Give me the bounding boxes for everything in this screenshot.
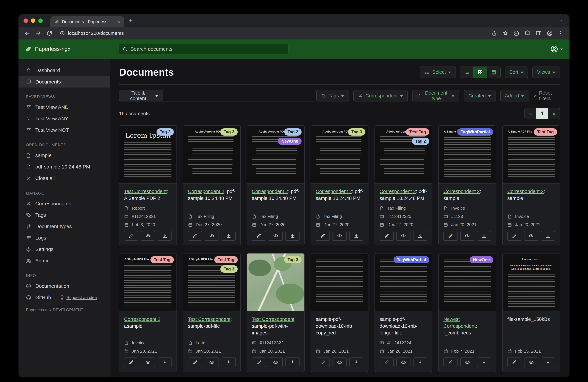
document-card[interactable]: Adobe Acrobat PDF Files Tag 3 Correspond…: [311, 125, 368, 245]
edit-button[interactable]: [443, 231, 458, 241]
browser-menu-kebab-icon[interactable]: [558, 30, 564, 36]
extensions-puzzle-icon[interactable]: [525, 30, 530, 36]
meta-type[interactable]: Tax Filing: [316, 214, 363, 219]
edit-button[interactable]: [316, 358, 330, 367]
sidebar-item-open-document[interactable]: sample: [19, 150, 110, 161]
download-button[interactable]: [477, 358, 491, 367]
tag-badge[interactable]: TagWithPartial: [394, 256, 429, 263]
document-title[interactable]: Correspondent 2: pdf-sample 10.24.48 PM: [188, 188, 236, 201]
tag-badge[interactable]: Tag 2: [284, 128, 302, 136]
document-title[interactable]: Correspondent 2: sample: [443, 188, 491, 201]
bookmark-star-icon[interactable]: [502, 30, 508, 36]
correspondent-link[interactable]: Test Correspondent: [188, 317, 231, 322]
maximize-window-button[interactable]: [38, 19, 43, 23]
document-thumbnail[interactable]: [311, 254, 368, 311]
download-button[interactable]: [413, 231, 427, 241]
meta-asn[interactable]: #112412325: [379, 214, 427, 219]
tag-badge[interactable]: Test Tag: [534, 128, 557, 136]
tags-filter-button[interactable]: Tags: [316, 90, 349, 101]
share-icon[interactable]: [491, 30, 497, 36]
current-page-button[interactable]: 1: [536, 108, 548, 119]
meta-type[interactable]: Invoice: [443, 206, 491, 211]
view-button[interactable]: [333, 231, 347, 241]
document-card[interactable]: Adobe Acrobat PDF Files Tag 3 Correspond…: [183, 125, 241, 245]
download-button[interactable]: [541, 231, 555, 241]
document-card[interactable]: Lorem Ipsum Tag 2 Test Correspondent: A …: [119, 125, 177, 245]
added-filter-button[interactable]: Added: [500, 90, 529, 101]
download-button[interactable]: [477, 231, 491, 241]
meta-type[interactable]: Report: [124, 206, 172, 211]
document-title[interactable]: Test Correspondent: sample-pdf-file: [188, 316, 236, 329]
document-thumbnail[interactable]: Adobe Acrobat PDF Files Tag 3: [183, 126, 240, 184]
sidebar-item-correspondents[interactable]: Correspondents: [19, 198, 110, 209]
meta-type[interactable]: Invoice: [124, 340, 172, 345]
edit-button[interactable]: [379, 358, 394, 367]
meta-asn[interactable]: #1123: [443, 214, 491, 219]
edit-button[interactable]: [188, 231, 202, 241]
edit-button[interactable]: [507, 358, 522, 367]
document-title[interactable]: Correspondent 2: pdf-sample 10.24.48 PM: [316, 188, 363, 201]
sidebar-item-open-document[interactable]: pdf-sample 10.24.48 PM: [19, 161, 110, 173]
close-window-button[interactable]: [23, 19, 28, 23]
edit-button[interactable]: [379, 231, 394, 241]
document-thumbnail[interactable]: Lorem Ipsum Tag 2: [119, 126, 176, 184]
document-thumbnail[interactable]: TagWithPartial: [375, 254, 432, 311]
tag-badge[interactable]: Test Tag: [406, 128, 429, 136]
view-button[interactable]: [524, 231, 538, 241]
tag-badge[interactable]: Test Tag: [214, 256, 238, 263]
document-title[interactable]: Correspondent 2: sample: [507, 188, 555, 201]
app-brand[interactable]: Paperless-ngx: [25, 45, 70, 53]
forward-icon[interactable]: [35, 30, 41, 36]
sidebar-item-documents[interactable]: Documents: [19, 76, 110, 87]
side-panel-icon[interactable]: [536, 30, 542, 36]
meta-type[interactable]: Tax Filing: [252, 214, 299, 219]
edit-button[interactable]: [252, 358, 266, 367]
minimize-window-button[interactable]: [31, 19, 35, 23]
download-button[interactable]: [222, 358, 236, 367]
grid-view-button[interactable]: [473, 66, 487, 78]
sidebar-item-document-types[interactable]: Document types: [19, 221, 110, 232]
view-button[interactable]: [269, 231, 283, 241]
sort-button[interactable]: Sort: [505, 66, 528, 78]
correspondent-link[interactable]: Correspondent 2: [124, 317, 160, 322]
document-thumbnail[interactable]: A Simple PDF File TagWithPartial: [439, 126, 496, 184]
document-card[interactable]: Tag 3 Test Correspondent: sample-pdf-wit…: [247, 253, 305, 372]
sidebar-item-saved-view[interactable]: Test View NOT: [19, 124, 110, 136]
new-tab-button[interactable]: +: [129, 17, 133, 24]
document-card[interactable]: sample-pdf-download-10-mb copy_red Jan 2…: [311, 253, 368, 372]
select-button[interactable]: Select: [420, 66, 456, 78]
edit-button[interactable]: [252, 231, 266, 241]
tab-search-chevron-icon[interactable]: [558, 18, 564, 23]
meta-asn[interactable]: #112412321: [124, 214, 172, 219]
sidebar-item-github[interactable]: GitHub Suggest an idea: [19, 292, 110, 303]
document-title[interactable]: sample-pdf-download-10-mb-longer-title: [379, 316, 427, 336]
user-menu[interactable]: [550, 45, 563, 53]
document-thumbnail[interactable]: Adobe Acrobat PDF Files Tag 2NewOne: [247, 126, 304, 184]
document-title[interactable]: Correspondent 2: pdf-sample 10.24.48 PM: [379, 188, 427, 201]
sidebar-item-admin[interactable]: Admin: [19, 255, 110, 266]
edit-button[interactable]: [316, 231, 330, 241]
correspondent-link[interactable]: Correspondent 2: [379, 189, 416, 194]
tag-badge[interactable]: Tag 2: [412, 138, 429, 145]
tag-badge[interactable]: Tag 2: [156, 128, 174, 136]
view-button[interactable]: [333, 358, 347, 367]
view-button[interactable]: [460, 358, 474, 367]
tag-badge[interactable]: Tag 3: [220, 128, 238, 136]
download-button[interactable]: [158, 358, 172, 367]
document-card[interactable]: TagWithPartial sample-pdf-download-10-mb…: [375, 253, 432, 372]
download-button[interactable]: [349, 231, 363, 241]
tag-badge[interactable]: NewOne: [470, 256, 493, 263]
sidebar-item-saved-view[interactable]: Test View ANY: [19, 113, 110, 124]
download-button[interactable]: [285, 231, 299, 241]
meta-asn[interactable]: #112412322: [252, 340, 299, 345]
sidebar-item-documentation[interactable]: Documentation: [19, 280, 110, 292]
sidebar-item-logs[interactable]: Logs: [19, 232, 110, 243]
download-button[interactable]: [285, 358, 299, 367]
global-search[interactable]: [119, 44, 289, 54]
edit-button[interactable]: [188, 358, 202, 367]
created-filter-button[interactable]: Created: [464, 90, 496, 101]
correspondent-link[interactable]: Correspondent 2: [188, 189, 224, 194]
document-card[interactable]: Adobe Acrobat PDF Files Tag 2NewOne Corr…: [247, 125, 305, 245]
view-button[interactable]: [141, 231, 155, 241]
document-title[interactable]: Correspondent 2: pdf-sample 10.24.48 PM: [252, 188, 299, 201]
